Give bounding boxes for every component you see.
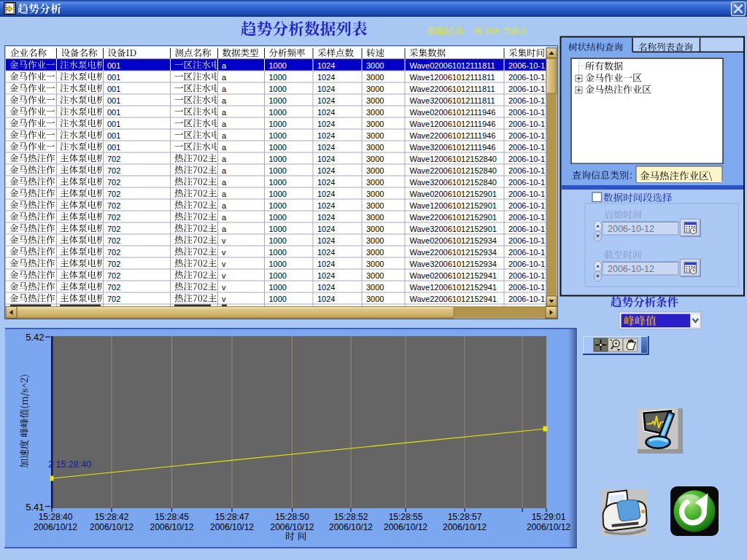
svg-text:1024: 1024 (317, 213, 335, 222)
svg-text:2006/10/12: 2006/10/12 (150, 522, 193, 532)
svg-text:2006-10-1: 2006-10-1 (508, 236, 545, 245)
svg-text:15:28:50: 15:28:50 (275, 512, 309, 522)
svg-text:Wave120061012111946: Wave120061012111946 (410, 120, 496, 128)
svg-text:a: a (222, 143, 227, 152)
svg-text:2006-10-1: 2006-10-1 (508, 166, 545, 175)
svg-text:Wave020061012152934: Wave020061012152934 (410, 236, 497, 245)
svg-text:15:28:40: 15:28:40 (39, 512, 73, 522)
svg-text:Wave220061012111946: Wave220061012111946 (410, 131, 496, 140)
svg-text:Wave020061012111946: Wave020061012111946 (410, 108, 496, 117)
svg-text:702: 702 (107, 190, 120, 198)
svg-text:3000: 3000 (366, 271, 384, 280)
svg-text:3000: 3000 (366, 96, 384, 105)
svg-text:v: v (222, 271, 226, 280)
svg-text:1024: 1024 (317, 73, 335, 82)
svg-text:Wave220061012111811: Wave220061012111811 (410, 85, 495, 93)
svg-text:a: a (222, 131, 227, 140)
svg-text:1024: 1024 (317, 248, 335, 257)
svg-text:a: a (222, 190, 227, 198)
svg-text:Wave320061012152840: Wave320061012152840 (410, 178, 497, 187)
svg-text:a: a (222, 155, 227, 163)
svg-text:1024: 1024 (317, 143, 335, 152)
svg-text:2006-10-1: 2006-10-1 (508, 120, 545, 128)
svg-text:2006/10/12: 2006/10/12 (34, 522, 77, 532)
svg-text:1000: 1000 (269, 96, 287, 105)
svg-text:Wave020061012152941: Wave020061012152941 (410, 271, 497, 280)
svg-text:3000: 3000 (366, 120, 384, 128)
svg-text:15:28:55: 15:28:55 (389, 512, 423, 522)
svg-text:3000: 3000 (366, 225, 384, 233)
svg-text:1024: 1024 (317, 225, 335, 233)
svg-text:1000: 1000 (269, 260, 287, 268)
svg-text:2006-10-1: 2006-10-1 (508, 85, 545, 93)
svg-text:1024: 1024 (317, 260, 335, 268)
svg-text:3000: 3000 (366, 131, 384, 140)
svg-text:3000: 3000 (366, 213, 384, 222)
svg-text:2006-10-12: 2006-10-12 (608, 264, 654, 274)
svg-text:15:28:45: 15:28:45 (155, 512, 189, 522)
svg-text:702: 702 (107, 201, 120, 210)
svg-text:1024: 1024 (317, 271, 335, 280)
svg-text:Wave320061012152934: Wave320061012152934 (410, 260, 497, 268)
svg-text:3000: 3000 (366, 155, 384, 163)
svg-text:2006/10/12: 2006/10/12 (384, 522, 427, 532)
svg-text:702: 702 (107, 236, 120, 245)
svg-text:702: 702 (107, 213, 120, 222)
svg-text:5.42: 5.42 (26, 332, 44, 343)
svg-text:1000: 1000 (269, 271, 287, 280)
svg-text:1000: 1000 (269, 190, 287, 198)
svg-text:2006/10/12: 2006/10/12 (329, 522, 373, 532)
svg-text:2006-10-1: 2006-10-1 (508, 131, 545, 140)
svg-text:001: 001 (107, 120, 120, 128)
svg-text:a: a (222, 201, 227, 210)
svg-text:1024: 1024 (317, 120, 335, 128)
svg-text:1000: 1000 (269, 143, 287, 152)
svg-text:3000: 3000 (366, 248, 384, 257)
svg-text:2 15:28:40: 2 15:28:40 (48, 459, 91, 470)
svg-text:1024: 1024 (317, 96, 335, 105)
svg-text:Wave220061012152840: Wave220061012152840 (410, 166, 497, 175)
svg-text:2006-10-1: 2006-10-1 (508, 201, 545, 210)
svg-text:3000: 3000 (366, 85, 384, 93)
svg-text:Wave320061012111811: Wave320061012111811 (410, 96, 495, 105)
svg-text:3000: 3000 (366, 108, 384, 117)
svg-text:1000: 1000 (269, 166, 287, 175)
svg-text:2006-10-1: 2006-10-1 (508, 295, 545, 303)
svg-text:Wave020061012152901: Wave020061012152901 (410, 190, 497, 198)
svg-text:2006-10-1: 2006-10-1 (508, 213, 545, 222)
svg-text:1000: 1000 (269, 108, 287, 117)
svg-text:v: v (222, 283, 226, 292)
svg-text:1000: 1000 (269, 85, 287, 93)
svg-text:v: v (222, 260, 226, 268)
svg-text:v: v (222, 248, 226, 257)
svg-text:001: 001 (107, 143, 120, 152)
svg-text:3000: 3000 (366, 166, 384, 175)
svg-text:Wave120061012111811: Wave120061012111811 (410, 73, 495, 82)
svg-text:3000: 3000 (366, 61, 384, 70)
svg-text:1024: 1024 (317, 155, 335, 163)
svg-text:Wave320061012111946: Wave320061012111946 (410, 143, 496, 152)
svg-text:702: 702 (107, 248, 120, 257)
svg-text:1000: 1000 (269, 120, 287, 128)
svg-text:702: 702 (107, 155, 120, 163)
svg-text:1024: 1024 (317, 85, 335, 93)
svg-text:Wave120061012152941: Wave120061012152941 (410, 283, 497, 292)
svg-text:a: a (222, 166, 227, 175)
svg-text:a: a (222, 73, 227, 82)
svg-text:a: a (222, 213, 227, 222)
svg-text:2006-10-1: 2006-10-1 (508, 283, 545, 292)
svg-text:15:28:47: 15:28:47 (215, 512, 249, 522)
svg-text:15:29:01: 15:29:01 (532, 512, 566, 522)
svg-text:1000: 1000 (269, 73, 287, 82)
svg-text:001: 001 (107, 61, 120, 70)
svg-text:001: 001 (107, 108, 120, 117)
svg-text:2006-10-1: 2006-10-1 (508, 155, 545, 163)
svg-text:a: a (222, 120, 227, 128)
svg-text:3000: 3000 (366, 295, 384, 303)
svg-text:Wave020061012111811: Wave020061012111811 (410, 61, 495, 70)
svg-text:Wave220061012152941: Wave220061012152941 (410, 295, 497, 303)
svg-text:1000: 1000 (269, 283, 287, 292)
svg-text:2006-10-1: 2006-10-1 (508, 248, 545, 257)
svg-text:001: 001 (107, 85, 120, 93)
svg-text:3000: 3000 (366, 236, 384, 245)
